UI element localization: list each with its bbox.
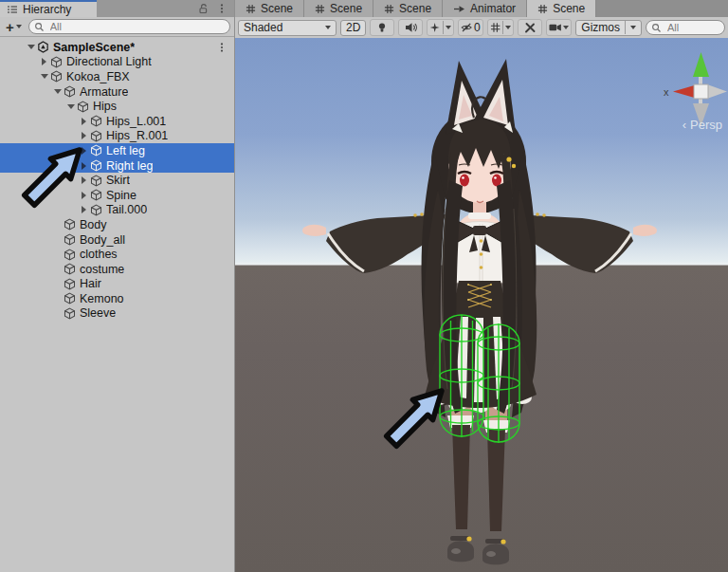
right-hand bbox=[633, 225, 657, 236]
scene-lighting-button[interactable] bbox=[370, 19, 394, 36]
tab-hierarchy[interactable]: Hierarchy bbox=[0, 0, 97, 17]
tree-item-armature[interactable]: Armature bbox=[0, 84, 234, 100]
tab-scene-1[interactable]: Scene bbox=[235, 0, 304, 17]
gameobject-cube-icon bbox=[90, 115, 102, 127]
tree-item-label: Hips_L.001 bbox=[106, 115, 166, 128]
tab-animator[interactable]: Animator bbox=[443, 0, 527, 17]
tree-item-directional-light[interactable]: Directional Light bbox=[0, 55, 234, 70]
tree-item-hips[interactable]: Hips bbox=[0, 99, 234, 114]
gameobject-cube-icon bbox=[64, 263, 76, 275]
axis-cone-right[interactable] bbox=[707, 84, 727, 99]
tab-scene-active[interactable]: Scene bbox=[527, 0, 596, 17]
annotation-arrow-hierarchy bbox=[9, 144, 89, 216]
gameobject-cube-icon bbox=[64, 278, 76, 290]
tree-item-clothes[interactable]: clothes bbox=[0, 247, 234, 262]
scene-tab-strip: Scene Scene Scene Animator Scene bbox=[235, 0, 728, 17]
projection-mode-label[interactable]: ‹ Persp bbox=[682, 118, 722, 132]
axis-x-label: x bbox=[664, 86, 669, 98]
scene-search-box[interactable] bbox=[646, 20, 725, 35]
animator-icon bbox=[453, 4, 465, 14]
tab-scene-3[interactable]: Scene bbox=[373, 0, 443, 17]
gameobject-cube-icon bbox=[90, 159, 102, 172]
hair-clip bbox=[506, 157, 511, 161]
tree-item-label: Directional Light bbox=[66, 55, 152, 68]
tab-label: Scene bbox=[399, 2, 431, 15]
tab-scene-2[interactable]: Scene bbox=[304, 0, 373, 17]
tree-item-body[interactable]: Body bbox=[0, 217, 234, 232]
tree-item-sleeve[interactable]: Sleeve bbox=[0, 306, 234, 322]
scene-viewport[interactable]: x ‹ Persp bbox=[235, 38, 728, 572]
tree-item-label: Kokoa_FBX bbox=[66, 70, 130, 83]
gameobject-cube-icon bbox=[64, 85, 76, 98]
tree-item-label: Body_all bbox=[80, 233, 125, 247]
axis-y-cone[interactable] bbox=[693, 52, 709, 77]
component-tools-button[interactable] bbox=[518, 19, 542, 36]
tree-item-hips-r-001[interactable]: Hips_R.001 bbox=[0, 129, 234, 144]
tree-item-body-all[interactable]: Body_all bbox=[0, 232, 234, 248]
tree-item-label: Tail.000 bbox=[106, 203, 147, 216]
scene-camera-button[interactable] bbox=[546, 19, 572, 36]
gameobject-cube-icon bbox=[90, 175, 102, 187]
lock-icon[interactable] bbox=[197, 3, 209, 14]
scene-visibility-button[interactable]: 0 bbox=[458, 19, 483, 36]
tree-item-label: costume bbox=[80, 263, 124, 276]
tree-item-costume[interactable]: costume bbox=[0, 262, 234, 277]
chevron-down-icon[interactable] bbox=[563, 26, 569, 29]
expand-arrow-icon[interactable] bbox=[78, 132, 90, 139]
plus-icon: + bbox=[6, 20, 14, 34]
tree-item-label: Kemono bbox=[80, 292, 124, 305]
persp-collapse-icon[interactable]: ‹ bbox=[682, 118, 686, 132]
tree-item-kokoa-fbx[interactable]: Kokoa_FBX bbox=[0, 69, 234, 84]
divider bbox=[443, 21, 444, 34]
scene-search-input[interactable] bbox=[665, 21, 719, 34]
tree-item-kemono[interactable]: Kemono bbox=[0, 291, 234, 306]
hierarchy-tab-label: Hierarchy bbox=[23, 3, 71, 16]
tree-item-label: Hips_R.001 bbox=[106, 129, 168, 142]
scene-panel: Scene Scene Scene Animator Scene Shaded … bbox=[235, 0, 728, 572]
gameobject-cube-icon bbox=[77, 101, 89, 113]
kebab-menu-icon[interactable] bbox=[216, 3, 228, 14]
scene-audio-button[interactable] bbox=[398, 19, 423, 36]
search-icon bbox=[34, 22, 45, 32]
chevron-down-icon[interactable] bbox=[505, 26, 511, 29]
chevron-down-icon bbox=[630, 26, 636, 29]
scene-kebab-icon[interactable] bbox=[216, 42, 228, 53]
chevron-down-icon bbox=[325, 26, 331, 29]
tree-item-samplescene[interactable]: SampleScene* bbox=[0, 40, 234, 55]
gameobject-cube-icon bbox=[64, 218, 76, 231]
tree-item-label: Hair bbox=[80, 277, 101, 290]
chevron-down-icon[interactable] bbox=[446, 26, 451, 29]
tree-item-label: Right leg bbox=[106, 159, 153, 173]
toggle-2d-button[interactable]: 2D bbox=[340, 20, 366, 36]
hierarchy-toolbar: + bbox=[0, 17, 234, 37]
tree-item-label: Body bbox=[80, 218, 107, 231]
shading-mode-dropdown[interactable]: Shaded bbox=[238, 20, 337, 36]
tree-item-label: clothes bbox=[80, 248, 118, 261]
tab-label: Scene bbox=[330, 2, 362, 15]
gizmos-dropdown[interactable]: Gizmos bbox=[575, 20, 642, 36]
tree-item-label: Sleeve bbox=[80, 306, 116, 320]
scene-effects-button[interactable] bbox=[427, 19, 453, 36]
eye-off-icon bbox=[461, 22, 472, 33]
annotation-arrow-colliders bbox=[372, 385, 451, 457]
shading-mode-label: Shaded bbox=[244, 21, 282, 34]
hierarchy-search-box[interactable] bbox=[28, 19, 230, 34]
list-icon bbox=[7, 4, 18, 15]
collapse-arrow-icon[interactable] bbox=[25, 45, 37, 49]
tree-item-hair[interactable]: Hair bbox=[0, 277, 234, 292]
shoe-buckle bbox=[500, 539, 505, 544]
persp-text: Persp bbox=[690, 118, 722, 132]
hierarchy-tab-strip: Hierarchy bbox=[0, 0, 234, 17]
collapse-arrow-icon[interactable] bbox=[64, 104, 77, 109]
expand-arrow-icon[interactable] bbox=[38, 58, 50, 65]
hierarchy-search-input[interactable] bbox=[48, 20, 225, 33]
sparkle-fx-icon bbox=[429, 22, 440, 33]
tree-item-hips-l-001[interactable]: Hips_L.001 bbox=[0, 114, 234, 129]
axis-center-cube[interactable] bbox=[694, 84, 708, 99]
collapse-arrow-icon[interactable] bbox=[38, 74, 50, 79]
grid-visibility-button[interactable] bbox=[487, 19, 514, 36]
expand-arrow-icon[interactable] bbox=[78, 118, 90, 125]
gameobject-cube-icon bbox=[64, 233, 76, 246]
create-object-button[interactable]: + bbox=[4, 20, 24, 34]
collapse-arrow-icon[interactable] bbox=[51, 89, 64, 94]
